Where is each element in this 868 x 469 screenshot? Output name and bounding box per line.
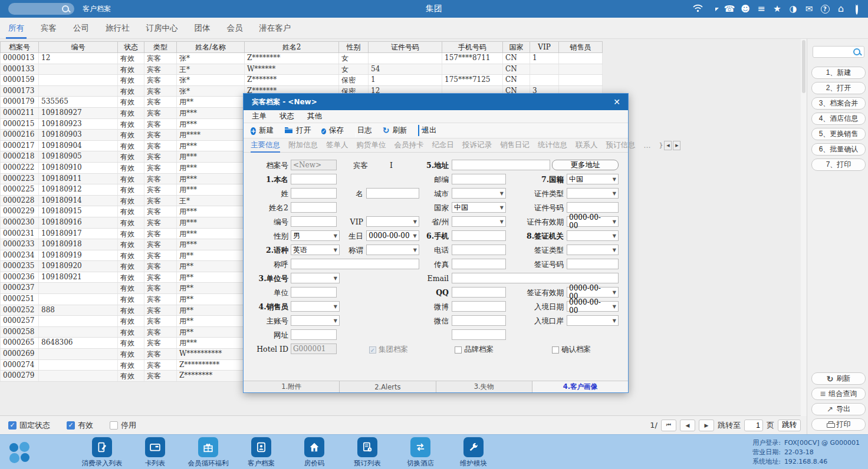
column-header-姓名2[interactable]: 姓名2	[245, 41, 339, 53]
nav-tab-公司[interactable]: 公司	[73, 18, 89, 39]
taskbar-app-切换酒店[interactable]: 切换酒店	[401, 437, 440, 468]
column-header-状态[interactable]: 状态	[118, 41, 144, 53]
dialog-bottom-tab-3.失物[interactable]: 3.失物	[436, 381, 532, 392]
column-header-编号[interactable]: 编号	[39, 41, 118, 53]
mail-icon[interactable]: ✉	[804, 4, 814, 14]
column-header-姓名/名称[interactable]: 姓名/名称	[177, 41, 245, 53]
form-input[interactable]	[291, 287, 337, 298]
form-input[interactable]	[291, 344, 337, 354]
home-icon[interactable]: ⌂	[836, 4, 846, 14]
form-button-更多地址[interactable]: 更多地址	[552, 160, 619, 170]
dialog-tab-购货单位[interactable]: 购货单位	[357, 138, 386, 153]
toolbar-button-刷新[interactable]: ↻刷新	[383, 125, 407, 136]
form-select[interactable]: 0000-00-00▼	[567, 287, 619, 298]
page-number-input[interactable]	[744, 420, 763, 431]
panel-button-3、档案合并[interactable]: 3、档案合并	[811, 97, 866, 110]
form-select[interactable]: ▼	[452, 188, 506, 199]
form-select[interactable]: 0000-00-00▼	[567, 301, 619, 312]
dialog-menu-其他[interactable]: 其他	[307, 111, 322, 121]
form-select[interactable]: ▼	[366, 245, 419, 255]
panel-button-组合查询[interactable]: ≡组合查询	[811, 388, 866, 400]
table-scrollbar[interactable]	[801, 39, 807, 416]
toolbar-button-退出[interactable]: 退出	[418, 125, 437, 136]
column-header-档案号[interactable]: 档案号	[0, 41, 39, 53]
taskbar-app-维护模块[interactable]: 维护模块	[454, 437, 493, 468]
panel-button-4、酒店信息[interactable]: 4、酒店信息	[811, 113, 866, 125]
form-checkbox-集团档案[interactable]: ✓集团档案	[369, 345, 408, 355]
taskbar-app-房价码[interactable]: 房价码	[295, 437, 334, 468]
form-select[interactable]: ▼	[567, 245, 619, 255]
form-input[interactable]	[291, 259, 419, 269]
first-page-button[interactable]: ⏮	[661, 420, 676, 431]
panel-button-1、新建[interactable]: 1、新建	[811, 67, 866, 79]
dialog-tab-附加信息[interactable]: 附加信息	[288, 138, 318, 153]
nav-tab-会员[interactable]: 会员	[227, 18, 243, 39]
form-select[interactable]: ▼	[291, 315, 340, 326]
panel-button-5、更换销售[interactable]: 5、更换销售	[811, 128, 866, 140]
dialog-tab-...[interactable]: ...	[644, 138, 651, 153]
toolbar-button-日志[interactable]: 日志	[354, 125, 372, 136]
form-select[interactable]: 0000-00-00▼	[567, 216, 619, 227]
global-search-input[interactable]	[8, 3, 74, 15]
dialog-tab-主要信息[interactable]: 主要信息	[251, 138, 280, 153]
column-header-证件号码[interactable]: 证件号码	[369, 41, 442, 53]
dialog-bottom-tab-1.附件[interactable]: 1.附件	[244, 381, 340, 392]
table-row[interactable]: 000001312有效宾客张*Z********女157****8711CN1	[0, 53, 603, 64]
nav-tab-团体[interactable]: 团体	[195, 18, 211, 39]
form-input[interactable]	[452, 287, 506, 298]
help-icon[interactable]: ?	[820, 4, 830, 14]
column-header-国家[interactable]: 国家	[503, 41, 530, 53]
dialog-tab-预订信息[interactable]: 预订信息	[606, 138, 636, 153]
column-header-手机号码[interactable]: 手机号码	[442, 41, 503, 53]
form-input[interactable]	[452, 315, 506, 326]
form-input[interactable]	[452, 230, 506, 241]
form-input[interactable]	[567, 202, 619, 213]
emoji-icon[interactable]: ☻	[740, 4, 751, 14]
taskbar-app-卡列表[interactable]: 卡列表	[136, 437, 175, 468]
dialog-tab-签单人[interactable]: 签单人	[326, 138, 348, 153]
form-select[interactable]: ▼	[291, 301, 340, 312]
form-select[interactable]: ▼	[452, 216, 506, 227]
panel-button-导出[interactable]: ↗导出	[811, 403, 866, 415]
form-checkbox-确认档案[interactable]: 确认档案	[552, 345, 591, 355]
app-logo-icon[interactable]	[9, 442, 31, 463]
form-select[interactable]: ▼	[366, 216, 419, 227]
form-input[interactable]	[291, 160, 337, 170]
nav-tab-订房中心[interactable]: 订房中心	[146, 18, 178, 39]
form-checkbox-品牌档案[interactable]: 品牌档案	[455, 345, 494, 355]
form-select[interactable]: 中国▼	[452, 202, 506, 213]
form-input[interactable]	[452, 329, 506, 340]
form-input[interactable]	[452, 259, 506, 269]
taskbar-app-会员循环福利[interactable]: 会员循环福利	[189, 437, 228, 468]
panel-search-input[interactable]	[813, 46, 864, 58]
dialog-tab-统计信息[interactable]: 统计信息	[538, 138, 567, 153]
jump-button[interactable]: 跳转	[778, 420, 801, 431]
power-icon[interactable]	[851, 4, 862, 14]
form-select[interactable]: 中国▼	[567, 174, 619, 184]
panel-button-打印[interactable]: 打印	[811, 418, 866, 431]
nav-tab-所有[interactable]: 所有	[8, 18, 24, 39]
toolbar-button-新建[interactable]: +新建	[251, 125, 274, 136]
dialog-bottom-tab-4.客户画像[interactable]: 4.客户画像	[532, 381, 628, 392]
filter-checkbox-固定状态[interactable]: ✓固定状态	[8, 420, 50, 431]
panel-button-2、打开[interactable]: 2、打开	[811, 82, 866, 94]
column-header-VIP[interactable]: VIP	[530, 41, 559, 53]
menu-icon[interactable]: ≡	[756, 4, 767, 14]
filter-checkbox-停用[interactable]: 停用	[110, 420, 136, 431]
column-header-类型[interactable]: 类型	[144, 41, 177, 53]
form-input[interactable]	[291, 329, 337, 340]
close-icon[interactable]: ✕	[611, 97, 622, 107]
tab-scroll-right-icon[interactable]: ▶	[673, 141, 680, 150]
prev-page-button[interactable]: ◀	[680, 420, 695, 431]
dialog-menu-主单[interactable]: 主单	[252, 111, 267, 121]
table-row[interactable]: 0000159有效宾客张*Z*******保密1175****7125CN	[0, 75, 603, 86]
dialog-tab-会员持卡[interactable]: 会员持卡	[394, 138, 424, 153]
nav-tab-旅行社[interactable]: 旅行社	[106, 18, 130, 39]
dialog-tab-联系人[interactable]: 联系人	[576, 138, 598, 153]
toolbar-button-保存[interactable]: ✓保存	[321, 125, 344, 136]
form-input[interactable]	[452, 301, 506, 312]
form-select[interactable]: ▼	[567, 315, 619, 326]
dialog-tab-投诉记录[interactable]: 投诉记录	[462, 138, 492, 153]
nav-tab-潜在客户[interactable]: 潜在客户	[259, 18, 291, 39]
form-input[interactable]	[291, 202, 337, 213]
